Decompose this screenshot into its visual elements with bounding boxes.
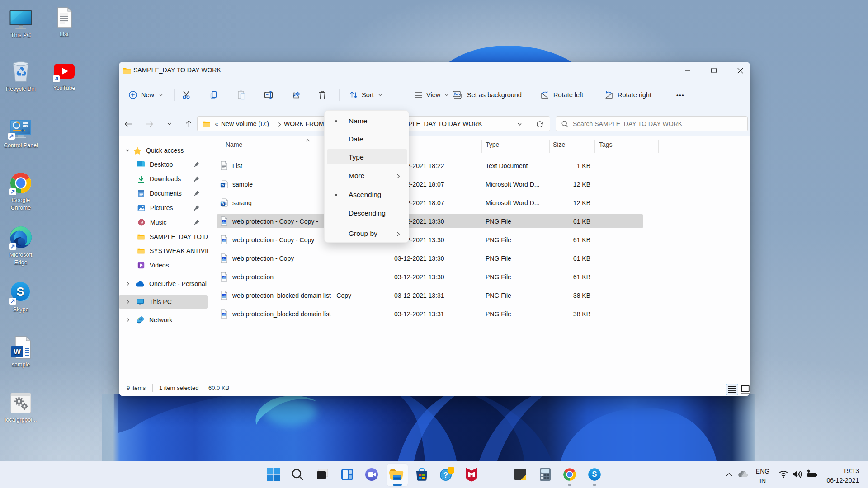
svg-text:S: S bbox=[592, 470, 597, 478]
svg-text:W: W bbox=[14, 347, 21, 356]
svg-text:?: ? bbox=[443, 471, 448, 479]
svg-text:S: S bbox=[16, 285, 24, 298]
svg-text:W: W bbox=[221, 183, 224, 187]
svg-text:W: W bbox=[221, 202, 224, 206]
